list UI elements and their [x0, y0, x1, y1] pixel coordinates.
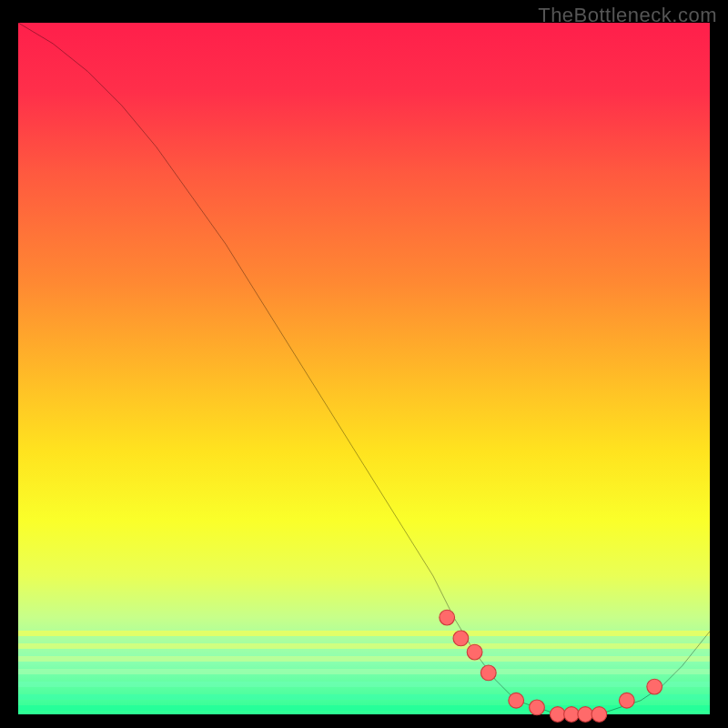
highlight-markers [440, 610, 662, 722]
chart-stage: TheBottleneck.com [0, 0, 728, 728]
marker-dot [592, 707, 607, 723]
marker-dot [619, 693, 634, 708]
chart-svg [18, 23, 710, 714]
plot-area [18, 23, 710, 714]
marker-dot [578, 707, 593, 723]
marker-dot [509, 693, 524, 708]
marker-dot [530, 700, 545, 715]
marker-dot [480, 665, 496, 681]
marker-dot [440, 610, 455, 625]
marker-dot [453, 631, 469, 646]
marker-dot [467, 644, 482, 660]
marker-dot [550, 707, 565, 723]
marker-dot [564, 707, 580, 723]
marker-dot [647, 679, 662, 694]
bottleneck-curve [18, 23, 710, 714]
